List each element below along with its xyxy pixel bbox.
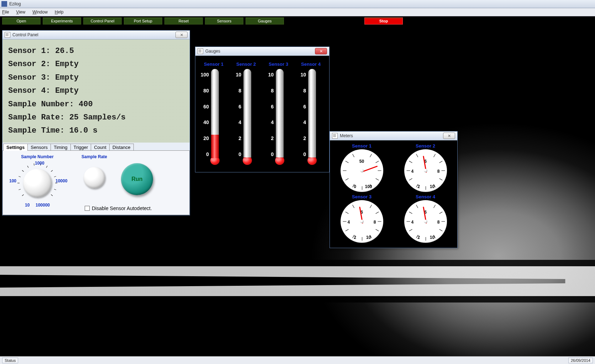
svg-line-3 [19, 176, 21, 177]
svg-line-9 [51, 170, 53, 172]
dial-number: 4 [347, 220, 350, 225]
sample-rate-knob[interactable] [84, 167, 105, 188]
close-icon[interactable]: ✕ [175, 32, 188, 38]
meters-titlebar[interactable]: Meters ✕ [330, 132, 457, 140]
gauge-label: Sensor 3 [269, 61, 288, 67]
svg-line-1 [19, 189, 21, 190]
form-icon [198, 48, 203, 54]
dial-number: 8 [437, 169, 440, 174]
meters-window[interactable]: Meters ✕ Sensor 1050100Sensor 2246810Sen… [330, 131, 458, 248]
disable-autodetect-checkbox[interactable]: Disable Sensor Autodetect. [85, 205, 152, 211]
gauge-tick: 8 [303, 88, 306, 93]
tab-distance[interactable]: Distance [109, 144, 134, 151]
control-panel-titlebar[interactable]: Control Panel ✕ [2, 31, 190, 39]
dial-hub-icon [424, 169, 427, 172]
dial-tick [345, 178, 348, 181]
lcd-line: Sensor 1: 26.5 [8, 44, 184, 58]
dial-tick [409, 212, 412, 214]
dial-tick [375, 229, 379, 231]
gauges-title: Gauges [205, 49, 220, 54]
meter-label: Sensor 4 [416, 194, 435, 199]
meter-label: Sensor 3 [352, 194, 372, 199]
tab-timing[interactable]: Timing [51, 144, 71, 151]
sample-rate-label: Sample Rate [81, 154, 107, 159]
dial-number: 2 [417, 184, 420, 189]
sample-rate-group: Sample Rate [75, 154, 114, 199]
gauge-tick: 10 [300, 72, 306, 77]
meter-cell: Sensor 3246810 [333, 194, 390, 243]
toolbar-portsetup[interactable]: Port Setup [124, 17, 162, 25]
meter-cell: Sensor 4246810 [397, 194, 454, 243]
gauge-tube [276, 69, 284, 158]
close-icon[interactable]: ✕ [315, 48, 327, 54]
meter-label: Sensor 2 [416, 143, 435, 149]
toolbar-reset[interactable]: Reset [164, 17, 203, 25]
dial-needle [361, 166, 378, 172]
sample-number-knob[interactable] [23, 169, 52, 197]
knob-scale-100000: 100000 [36, 203, 50, 208]
checkbox-icon [85, 206, 90, 211]
toolbar-gauges[interactable]: Gauges [246, 17, 284, 25]
gauge-column: Sensor 1100806040200 [199, 61, 228, 165]
close-icon[interactable]: ✕ [443, 133, 455, 139]
gauge-tick: 4 [238, 119, 241, 125]
menu-window[interactable]: Window [32, 10, 48, 15]
knob-scale-1000: 1000 [35, 161, 44, 166]
mdi-area: Control Panel ✕ Sensor 1: 26.5 Sensor 2:… [0, 25, 595, 357]
gauge-scale: 100806040200 [199, 69, 228, 165]
gauge-label: Sensor 4 [301, 61, 321, 67]
gauge-tube [243, 69, 251, 158]
gauge-tick: 60 [203, 104, 209, 109]
disable-autodetect-label: Disable Sensor Autodetect. [92, 205, 152, 211]
tab-settings[interactable]: Settings [3, 144, 28, 151]
tab-trigger[interactable]: Trigger [70, 144, 91, 151]
knob-scale-100: 100 [9, 178, 16, 183]
toolbar-controlpanel[interactable]: Control Panel [83, 17, 122, 25]
dial-tick [343, 221, 346, 222]
gauge-numbers: 1086420 [296, 72, 307, 157]
svg-line-5 [27, 166, 28, 167]
run-button[interactable]: Run [121, 163, 153, 195]
lcd-line: Sample Number: 400 [8, 98, 184, 111]
knob-scale-10: 10 [25, 203, 30, 208]
menu-file[interactable]: File [2, 10, 9, 15]
menu-view[interactable]: View [16, 10, 25, 15]
toolbar-experiments[interactable]: Experiments [43, 17, 81, 25]
dial-tick [426, 237, 426, 241]
meter-dial: 246810 [341, 200, 383, 243]
toolbar-open[interactable]: Open [2, 17, 41, 25]
dial-number: 10 [430, 235, 435, 240]
dial-tick [433, 154, 436, 157]
toolbar-sensors[interactable]: Sensors [205, 17, 243, 25]
tab-count[interactable]: Count [91, 144, 110, 151]
gauges-window[interactable]: Gauges ✕ Sensor 1100806040200Sensor 2108… [195, 47, 330, 172]
dial-tick [416, 205, 418, 208]
svg-line-12 [54, 189, 56, 190]
dial-tick [345, 212, 348, 214]
svg-line-10 [54, 176, 56, 177]
gauge-tick: 0 [206, 151, 209, 157]
gauge-tick: 80 [203, 88, 209, 93]
meter-cell: Sensor 1050100 [333, 143, 390, 192]
form-icon [332, 133, 338, 139]
lcd-line: Sensor 2: Empty [8, 58, 184, 71]
gauge-scale: 1086420 [231, 69, 261, 165]
dial-number: 8 [374, 220, 376, 225]
tab-sensors[interactable]: Sensors [27, 144, 51, 151]
gauge-numbers: 1086420 [231, 72, 243, 157]
gauge-tick: 0 [303, 151, 306, 157]
dial-number: 100 [365, 184, 372, 189]
toolbar-stop[interactable]: Stop [364, 17, 403, 25]
control-panel-window[interactable]: Control Panel ✕ Sensor 1: 26.5 Sensor 2:… [2, 30, 190, 215]
toolbar: Open Experiments Control Panel Port Setu… [0, 16, 595, 25]
menu-help[interactable]: Help [55, 10, 64, 15]
dial-number: 2 [354, 235, 356, 240]
dial-tick [375, 212, 379, 214]
gauges-titlebar[interactable]: Gauges ✕ [195, 47, 329, 56]
dial-tick [433, 205, 436, 208]
dial-tick [352, 205, 354, 208]
gauge-numbers: 100806040200 [199, 72, 210, 157]
dial-tick [406, 221, 410, 222]
dial-tick [406, 171, 410, 171]
gauge-tick: 8 [238, 88, 241, 93]
